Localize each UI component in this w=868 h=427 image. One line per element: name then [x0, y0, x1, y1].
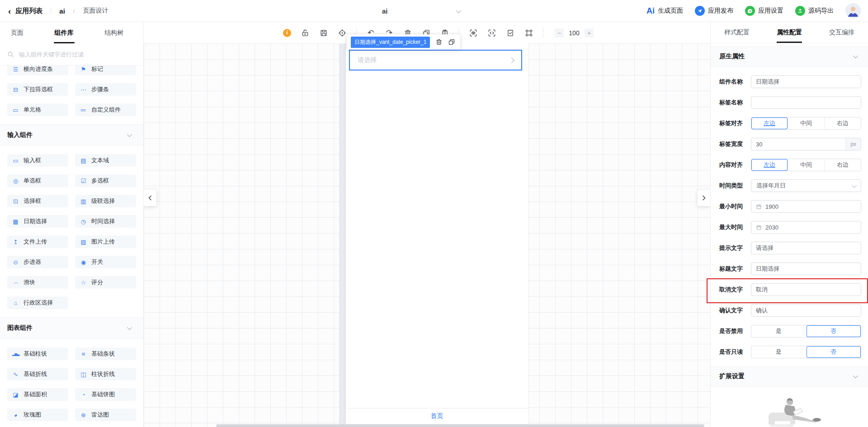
- page-check-icon[interactable]: [506, 28, 515, 38]
- component-item[interactable]: ⊛雷达图: [75, 408, 136, 421]
- component-item[interactable]: ◉开关: [75, 256, 136, 268]
- component-item[interactable]: ▭单元格: [7, 103, 68, 116]
- tag-name-input[interactable]: [751, 96, 861, 109]
- disabled-yes[interactable]: 是: [751, 325, 806, 337]
- zoom-in-button[interactable]: +: [585, 28, 594, 38]
- confirm-text-input[interactable]: [751, 304, 861, 317]
- content-align-right[interactable]: 右边: [824, 159, 861, 171]
- radio-icon: ◎: [12, 178, 19, 184]
- component-item[interactable]: ▧图片上传: [75, 235, 136, 248]
- frame-crop-icon[interactable]: [524, 28, 533, 38]
- component-item[interactable]: ∿基础折线: [7, 368, 68, 380]
- field-label-width: 标签宽度 px: [719, 138, 861, 150]
- tab-structure-tree[interactable]: 结构树: [104, 22, 123, 43]
- content-align-left[interactable]: 左边: [751, 159, 788, 171]
- back-to-app-list[interactable]: 应用列表: [15, 7, 42, 15]
- app-settings-label: 应用设置: [758, 7, 783, 15]
- component-item[interactable]: ◫柱状折线: [75, 368, 136, 380]
- app-settings-button[interactable]: 应用设置: [745, 6, 783, 16]
- component-item[interactable]: ◔基础饼图: [75, 388, 136, 401]
- tab-property-config[interactable]: 属性配置: [763, 22, 816, 43]
- component-item[interactable]: ⚑标记: [75, 66, 136, 75]
- component-item[interactable]: ≔自定义组件: [75, 103, 136, 116]
- canvas-vertical-scrollbar[interactable]: [339, 43, 346, 427]
- label-align-center[interactable]: 中间: [788, 117, 824, 129]
- tab-interaction-config[interactable]: 交互编排: [816, 22, 868, 43]
- component-grid-top: ☰横向进度条 ⚑标记 ⊟下拉筛选框 ⋯步骤条 ▭单元格 ≔自定义组件: [0, 66, 143, 116]
- component-list: ☰横向进度条 ⚑标记 ⊟下拉筛选框 ⋯步骤条 ▭单元格 ≔自定义组件 输入组件 …: [0, 66, 143, 427]
- component-item[interactable]: ⊙步进器: [7, 256, 68, 268]
- export-source-button[interactable]: 源码导出: [795, 6, 834, 16]
- section-input-components[interactable]: 输入组件: [0, 124, 143, 145]
- preview-eye-icon[interactable]: [469, 28, 478, 38]
- chevron-down-icon: [853, 53, 858, 58]
- publish-app-button[interactable]: 应用发布: [695, 6, 733, 16]
- component-label: 评分: [91, 278, 103, 286]
- chevron-down-icon: [853, 373, 858, 378]
- component-search[interactable]: [0, 43, 143, 66]
- component-item[interactable]: ▤文本域: [75, 154, 136, 167]
- readonly-yes[interactable]: 是: [751, 346, 806, 358]
- breadcrumb-separator: /: [73, 8, 75, 14]
- component-item[interactable]: ◕玫瑰图: [7, 408, 68, 421]
- canvas-horizontal-scrollbar[interactable]: [216, 424, 704, 427]
- tab-pages[interactable]: 页面: [11, 22, 24, 43]
- component-item[interactable]: ⋯步骤条: [75, 83, 136, 96]
- collapse-left-panel-handle[interactable]: [144, 190, 156, 206]
- save-icon[interactable]: [319, 28, 328, 38]
- component-item[interactable]: ◎单选框: [7, 174, 68, 187]
- selected-date-picker-component[interactable]: 请选择: [349, 50, 522, 70]
- min-time-input[interactable]: [765, 201, 861, 212]
- cancel-text-input[interactable]: [751, 283, 861, 296]
- component-item[interactable]: ▂▅▃基础柱状: [7, 347, 68, 360]
- zoom-out-button[interactable]: −: [555, 28, 564, 38]
- unlock-icon[interactable]: [301, 28, 310, 38]
- generate-page-button[interactable]: Ai 生成页面: [646, 6, 683, 16]
- user-avatar[interactable]: [845, 3, 861, 19]
- disabled-no[interactable]: 否: [806, 325, 861, 337]
- component-item[interactable]: ◪基础面积: [7, 388, 68, 401]
- section-chart-components[interactable]: 图表组件: [0, 317, 143, 338]
- component-item[interactable]: ☰横向进度条: [7, 66, 68, 75]
- section-native-properties[interactable]: 原生属性: [711, 47, 868, 66]
- tabbar-home-tab[interactable]: 首页: [431, 412, 443, 420]
- component-item[interactable]: ☑多选框: [75, 174, 136, 187]
- component-item[interactable]: ☆评分: [75, 276, 136, 289]
- collapse-right-panel-handle[interactable]: [698, 190, 710, 206]
- source-code-icon[interactable]: [487, 28, 496, 38]
- max-time-control: [751, 221, 861, 234]
- label-width-input[interactable]: [756, 138, 845, 150]
- component-item[interactable]: ≡基础条状: [75, 347, 136, 360]
- chevron-down-icon: [852, 183, 857, 188]
- title-text-input[interactable]: [751, 263, 861, 275]
- field-label: 标题文字: [719, 265, 750, 273]
- label-align-left[interactable]: 左边: [751, 117, 788, 129]
- info-icon[interactable]: i: [283, 29, 291, 37]
- locate-target-icon[interactable]: [338, 28, 347, 38]
- content-align-center[interactable]: 中间: [788, 159, 824, 171]
- delete-component-icon[interactable]: [435, 38, 443, 46]
- back-icon[interactable]: ‹: [8, 7, 11, 15]
- component-item[interactable]: ▦日期选择: [7, 215, 68, 228]
- placeholder-text-input[interactable]: [751, 242, 861, 254]
- label-align-right[interactable]: 右边: [824, 117, 861, 129]
- component-item[interactable]: ⊟下拉筛选框: [7, 83, 68, 96]
- component-item[interactable]: ⌂行政区选择: [7, 296, 68, 309]
- component-item[interactable]: ◷时间选择: [75, 215, 136, 228]
- component-item[interactable]: ↥文件上传: [7, 235, 68, 248]
- component-item[interactable]: ▥级联选择: [75, 195, 136, 207]
- page-select[interactable]: ai: [382, 0, 460, 22]
- time-type-select[interactable]: 选择年月日: [751, 179, 861, 192]
- readonly-no[interactable]: 否: [806, 346, 861, 358]
- tab-component-library[interactable]: 组件库: [55, 22, 74, 43]
- component-name-input[interactable]: [751, 75, 861, 88]
- component-label: 选择框: [24, 197, 41, 205]
- max-time-input[interactable]: [765, 221, 861, 233]
- copy-component-icon[interactable]: [448, 38, 455, 46]
- component-item[interactable]: –◦–滑块: [7, 276, 68, 289]
- section-extended-settings[interactable]: 扩展设置: [711, 366, 868, 386]
- search-input[interactable]: [18, 51, 136, 58]
- component-item[interactable]: ⊡选择框: [7, 195, 68, 207]
- tab-style-config[interactable]: 样式配置: [711, 22, 763, 43]
- component-item[interactable]: ▭输入框: [7, 154, 68, 167]
